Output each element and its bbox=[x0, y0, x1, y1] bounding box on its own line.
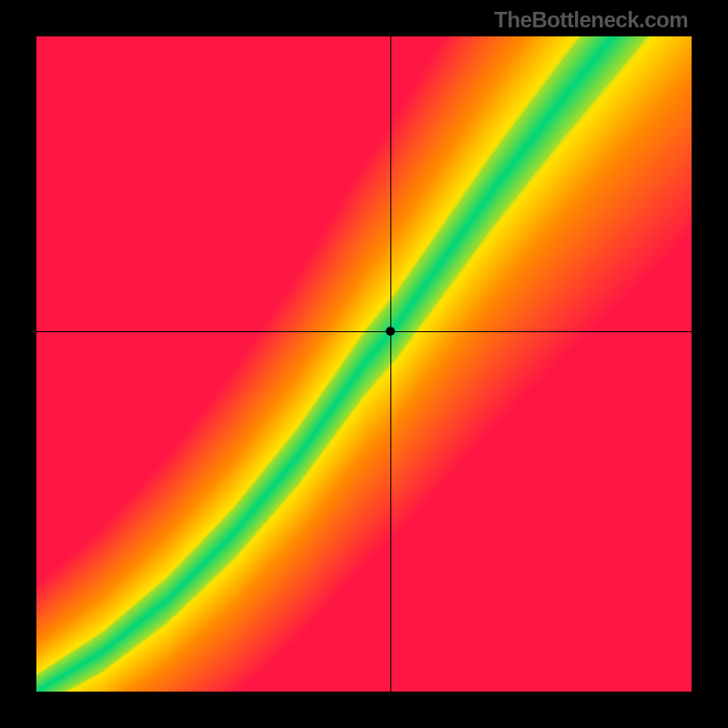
chart-frame: TheBottleneck.com bbox=[0, 0, 728, 728]
watermark-label: TheBottleneck.com bbox=[494, 7, 688, 33]
heatmap-plot bbox=[36, 36, 692, 692]
data-point-marker[interactable] bbox=[386, 327, 395, 336]
heatmap-canvas bbox=[36, 36, 692, 692]
crosshair-horizontal bbox=[36, 331, 692, 332]
crosshair-vertical bbox=[390, 36, 391, 692]
